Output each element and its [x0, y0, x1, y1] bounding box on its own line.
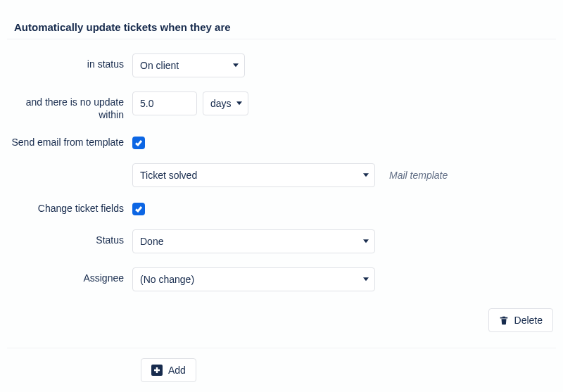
rule-block: in status On client and there is no upda… — [7, 39, 556, 348]
label-no-update: and there is no update within — [7, 91, 132, 121]
section-title: Automatically update tickets when they a… — [7, 0, 556, 39]
mail-template-hint: Mail template — [389, 170, 448, 181]
duration-unit-select[interactable]: days — [203, 91, 248, 115]
label-in-status: in status — [7, 53, 132, 71]
label-send-email: Send email from template — [7, 135, 132, 149]
check-icon — [134, 205, 143, 213]
label-change-fields: Change ticket fields — [7, 201, 132, 215]
plus-icon — [151, 365, 163, 376]
trash-icon — [499, 315, 509, 325]
duration-value-text: 5.0 — [140, 98, 153, 109]
mail-template-select[interactable]: Ticket solved — [132, 163, 375, 187]
new-status-value: Done — [140, 236, 163, 247]
chevron-down-icon — [363, 239, 369, 243]
chevron-down-icon — [236, 101, 242, 105]
send-email-checkbox[interactable] — [132, 137, 145, 149]
new-status-select[interactable]: Done — [132, 229, 375, 253]
new-assignee-select[interactable]: (No change) — [132, 267, 375, 291]
new-assignee-value: (No change) — [140, 274, 194, 285]
duration-unit-value: days — [210, 98, 232, 109]
duration-value-input[interactable]: 5.0 — [132, 91, 197, 115]
add-button[interactable]: Add — [141, 358, 196, 382]
divider — [7, 348, 556, 348]
chevron-down-icon — [363, 277, 369, 281]
change-fields-checkbox[interactable] — [132, 203, 145, 215]
delete-button[interactable]: Delete — [488, 308, 553, 332]
chevron-down-icon — [233, 63, 239, 67]
label-assignee: Assignee — [7, 267, 132, 285]
add-button-label: Add — [168, 365, 186, 376]
delete-button-label: Delete — [514, 315, 543, 326]
status-trigger-value: On client — [140, 60, 179, 71]
check-icon — [134, 139, 143, 147]
label-spacer-template — [7, 163, 132, 168]
status-trigger-select[interactable]: On client — [132, 53, 245, 77]
chevron-down-icon — [363, 173, 369, 177]
label-status: Status — [7, 229, 132, 247]
mail-template-value: Ticket solved — [140, 170, 197, 181]
